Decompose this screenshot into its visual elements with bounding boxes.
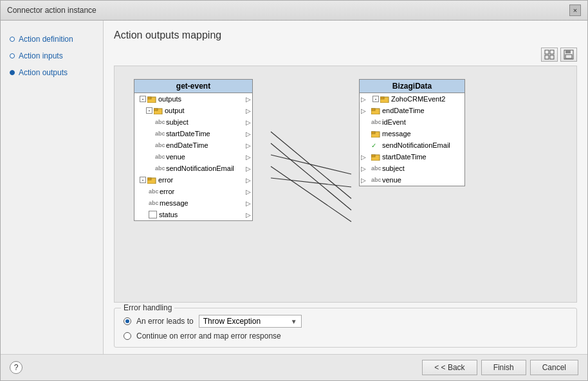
abc-icon: abc [371,165,380,172]
svg-rect-6 [565,55,572,58]
tree-item: ▷ endDateTime [360,105,464,116]
arrow-icon: ▷ [246,200,251,207]
svg-rect-23 [371,132,375,134]
folder-icon [147,95,156,103]
arrow-icon: ▷ [246,165,251,172]
arrow-icon: ▷ [361,165,366,172]
layout-btn[interactable] [541,48,558,62]
tree-item: abc sendNotificationEmail ▷ [134,163,252,174]
item-label: endDateTime [382,107,425,114]
svg-line-9 [271,155,351,174]
left-node-header: get-event [134,80,252,93]
tree-item: - outputs ▷ [134,93,252,105]
abc-icon: abc [371,177,380,183]
svg-rect-15 [154,109,158,111]
throw-exception-dropdown[interactable]: Throw Exception ▼ [199,315,302,328]
svg-rect-17 [147,178,151,180]
error-handling-legend: Error handling [121,303,174,312]
radio-option2[interactable] [124,332,131,340]
abc-icon: abc [155,142,164,148]
item-label: venue [382,176,401,184]
sidebar-item-action-outputs[interactable]: Action outputs [7,67,96,78]
svg-rect-25 [371,155,375,157]
abc-icon: abc [155,165,164,172]
item-label: outputs [158,95,181,103]
item-label: endDateTime [166,141,208,149]
arrow-icon: ▷ [246,130,251,137]
dialog: Connector action instance × Action defin… [0,0,588,381]
abc-icon: abc [155,130,164,137]
check-icon: ✓ [371,142,380,149]
error-option2-label: Continue on error and map error response [136,332,281,341]
mapping-area: get-event - outputs ▷ - [114,66,577,303]
folder-icon [380,95,389,103]
toolbar [114,48,577,62]
dropdown-arrow-icon: ▼ [291,318,297,325]
layout-icon [544,49,555,60]
save-btn[interactable] [560,48,577,62]
arrow-icon: ▷ [246,142,251,149]
finish-button[interactable]: Finish [481,360,526,375]
tree-item: abc error ▷ [134,186,252,197]
help-button[interactable]: ? [10,361,23,374]
radio-option1[interactable] [124,317,131,325]
expand-icon[interactable]: - [140,177,146,183]
tree-item: ▷ startDateTime [360,151,464,163]
folder-icon [371,130,380,137]
close-button[interactable]: × [569,4,581,16]
sidebar-item-action-inputs[interactable]: Action inputs [7,50,96,62]
svg-rect-21 [371,109,375,111]
item-label: startDateTime [166,130,210,137]
right-node-body: ▷ - ZohoCRMEvent2 ▷ endDateTime [360,93,464,186]
svg-rect-2 [545,55,549,59]
back-button[interactable]: < < Back [422,360,477,375]
item-label: subject [382,164,405,172]
abc-icon: abc [371,119,380,125]
left-node-body: - outputs ▷ - output ▷ [134,93,252,220]
folder-icon [371,153,380,161]
dialog-title: Connector action instance [7,6,96,15]
sidebar-bullet [10,53,15,58]
tree-item: - error ▷ [134,174,252,186]
folder-icon [371,107,380,114]
sidebar-bullet [10,70,15,75]
arrow-icon: ▷ [246,154,251,161]
svg-rect-13 [147,97,151,99]
tree-item: - output ▷ [134,105,252,116]
svg-rect-5 [565,50,571,53]
svg-line-8 [271,143,351,210]
cancel-button[interactable]: Cancel [530,360,578,375]
tree-item: status ▷ [134,209,252,220]
abc-icon: abc [155,119,164,125]
item-label: idEvent [382,118,406,126]
arrow-icon: ▷ [246,119,251,126]
tree-item: ✓ sendNotificationEmail [360,139,464,151]
svg-line-7 [271,132,351,199]
item-label: message [382,130,411,137]
tree-item: abc idEvent [360,116,464,128]
abc-icon: abc [149,188,158,195]
svg-rect-3 [550,55,554,59]
item-label: status [159,211,178,218]
dropdown-value: Throw Exception [203,317,261,326]
tree-item: ▷ - ZohoCRMEvent2 [360,93,464,105]
tree-item: ▷ abc venue [360,174,464,186]
tree-item: message [360,128,464,139]
item-label: venue [166,153,185,161]
sidebar-label: Action outputs [19,68,68,77]
footer-buttons: < < Back Finish Cancel [422,360,578,375]
save-icon [564,49,574,60]
arrow-icon: ▷ [246,96,251,103]
svg-rect-0 [545,50,549,54]
sidebar-item-action-definition[interactable]: Action definition [7,33,96,45]
expand-icon[interactable]: - [146,107,152,114]
arrow-icon: ▷ [361,154,366,161]
expand-icon[interactable]: - [372,96,379,102]
expand-icon[interactable]: - [140,96,146,102]
item-label: sendNotificationEmail [382,141,450,149]
item-label: sendNotificationEmail [166,164,234,172]
title-bar: Connector action instance × [1,1,587,21]
arrow-icon: ▷ [361,107,366,114]
arrow-icon: ▷ [246,107,251,114]
arrow-icon: ▷ [246,211,251,218]
